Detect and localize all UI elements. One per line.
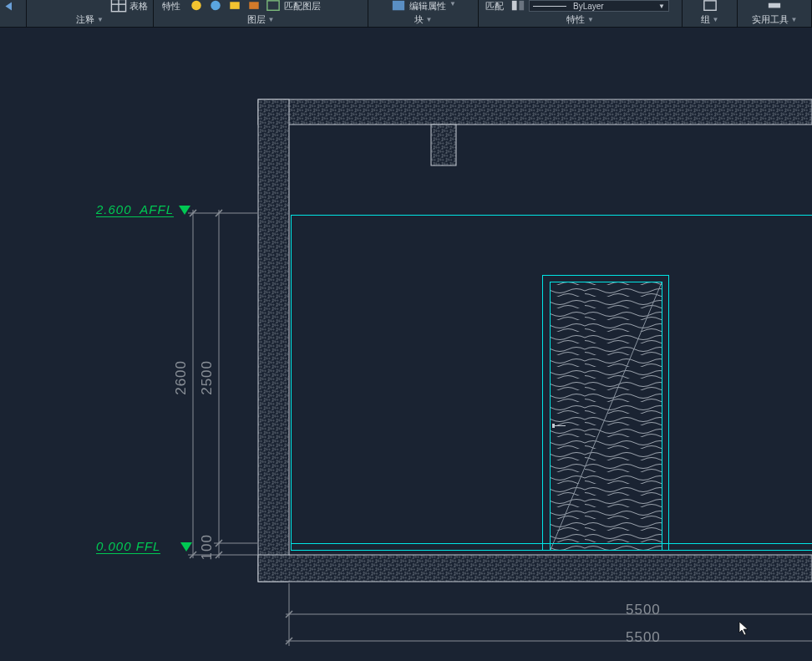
ribbon-panel-block: 编辑属性 ▼ 块▼ bbox=[368, 0, 479, 27]
room-wall-line bbox=[291, 215, 292, 551]
layer-icon-2[interactable] bbox=[207, 0, 224, 12]
edit-attr-icon[interactable] bbox=[390, 0, 407, 12]
svg-rect-20 bbox=[258, 99, 289, 582]
svg-rect-12 bbox=[769, 3, 780, 8]
door-handle bbox=[552, 424, 566, 428]
panel-title-layers[interactable]: 图层 bbox=[247, 13, 266, 27]
ribbon-panel-properties: 匹配 ByLayer ▼ 特性▼ bbox=[479, 0, 683, 27]
svg-rect-10 bbox=[519, 1, 524, 10]
svg-rect-8 bbox=[393, 1, 404, 10]
drawing-canvas[interactable]: 2.600 AFFL 0.000 FFL 2600 2500 100 5500 … bbox=[0, 28, 812, 661]
undo-icon[interactable] bbox=[3, 0, 20, 12]
dim-100: 100 bbox=[199, 534, 216, 560]
panel-title-annotate[interactable]: 注释 bbox=[76, 13, 94, 27]
chevron-down-icon[interactable]: ▼ bbox=[587, 13, 594, 27]
ribbon-panel-history bbox=[0, 0, 27, 27]
ribbon: 表格 注释▼ 特性 匹配图层 图层▼ 编辑属性 ▼ 块▼ 匹配 ByLay bbox=[0, 0, 812, 28]
panel-title-properties[interactable]: 特性 bbox=[566, 13, 585, 27]
door-leaf bbox=[550, 282, 662, 551]
svg-point-3 bbox=[191, 1, 200, 10]
layer-match-label: 匹配图层 bbox=[284, 0, 321, 13]
layer-icon-4[interactable] bbox=[246, 0, 262, 12]
triangle-down-icon bbox=[179, 206, 190, 215]
panel-title-block[interactable]: 块 bbox=[414, 13, 424, 27]
svg-rect-22 bbox=[431, 125, 456, 165]
svg-rect-5 bbox=[230, 3, 239, 10]
svg-rect-11 bbox=[703, 1, 715, 10]
chevron-down-icon[interactable]: ▼ bbox=[791, 13, 798, 27]
chevron-down-icon[interactable]: ▼ bbox=[658, 3, 665, 10]
chevron-down-icon[interactable]: ▼ bbox=[449, 0, 456, 8]
linetype-value: ByLayer bbox=[573, 2, 604, 11]
measure-icon[interactable] bbox=[766, 0, 783, 12]
panel-title-group[interactable]: 组 bbox=[701, 13, 710, 27]
affl-marker: 2.600 AFFL bbox=[96, 202, 190, 217]
svg-rect-19 bbox=[258, 99, 812, 125]
dim-5500-a: 5500 bbox=[626, 602, 661, 618]
chevron-down-icon[interactable]: ▼ bbox=[268, 13, 275, 27]
ribbon-panel-annotate: 表格 注释▼ bbox=[27, 0, 154, 27]
layer-icon-1[interactable] bbox=[188, 0, 205, 12]
edit-attr-label[interactable]: 编辑属性 bbox=[409, 0, 446, 13]
table-icon[interactable] bbox=[110, 0, 127, 12]
svg-point-4 bbox=[211, 1, 220, 10]
room-ceiling-line bbox=[291, 215, 812, 216]
linetype-select[interactable]: ByLayer ▼ bbox=[529, 0, 669, 12]
chevron-down-icon[interactable]: ▼ bbox=[713, 13, 719, 27]
group-icon[interactable] bbox=[702, 0, 718, 12]
ffl-marker: 0.000 FFL bbox=[96, 539, 192, 554]
match-props-icon[interactable] bbox=[510, 0, 526, 12]
svg-rect-6 bbox=[249, 3, 258, 10]
layer-match-icon[interactable] bbox=[265, 0, 282, 12]
wall-hatch bbox=[0, 28, 812, 661]
dim-2500: 2500 bbox=[199, 360, 216, 395]
table-label: 表格 bbox=[129, 0, 148, 13]
svg-rect-9 bbox=[512, 1, 517, 10]
ribbon-panel-layers: 特性 匹配图层 图层▼ bbox=[154, 0, 368, 27]
chevron-down-icon[interactable]: ▼ bbox=[426, 13, 433, 27]
svg-rect-21 bbox=[258, 555, 812, 582]
ribbon-panel-utilities: 实用工具▼ bbox=[738, 0, 812, 27]
dim-2600: 2600 bbox=[173, 360, 190, 395]
svg-rect-7 bbox=[267, 1, 279, 10]
layer-icon-3[interactable] bbox=[226, 0, 243, 12]
match-label[interactable]: 匹配 bbox=[485, 0, 504, 13]
ribbon-panel-group: 组▼ bbox=[683, 0, 738, 27]
triangle-down-icon bbox=[180, 542, 192, 552]
dim-5500-b: 5500 bbox=[626, 629, 661, 646]
chevron-down-icon[interactable]: ▼ bbox=[97, 13, 104, 27]
layer-props-label[interactable]: 特性 bbox=[162, 0, 180, 13]
panel-title-utilities[interactable]: 实用工具 bbox=[752, 13, 789, 27]
